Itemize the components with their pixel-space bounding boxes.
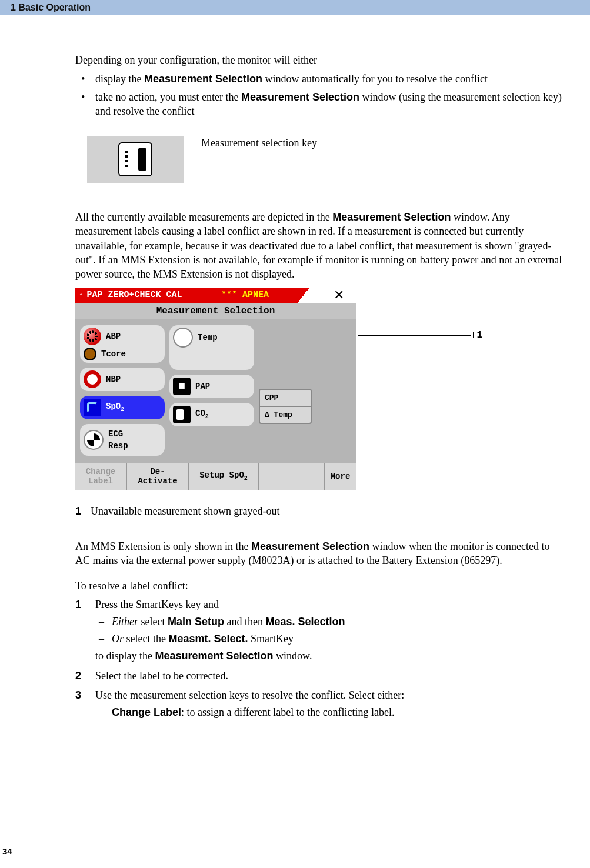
caption-text: Unavailable measurement shown grayed-out [91,505,279,517]
resolve-intro: To resolve a label conflict: [75,579,566,593]
close-icon[interactable]: ✕ [334,288,344,303]
derived-measurements[interactable]: CPP Δ Temp [259,389,312,424]
up-arrow-icon: ↑ [79,290,84,300]
setup-spo2-button[interactable]: Setup SpO2 [189,463,259,490]
text: to display the [95,650,155,662]
slot-co2[interactable]: CO2 [169,403,254,426]
option-either: Either select Main Setup and then Meas. … [95,615,566,629]
step-1-options: Either select Main Setup and then Meas. … [95,615,566,646]
column-2: Temp ■ PAP CO2 [169,325,254,456]
step-number: 3 [75,688,81,703]
text: All the currently available measurements… [75,211,332,223]
figure-caption: 1Unavailable measurement shown grayed-ou… [75,504,566,518]
caption-number: 1 [75,504,91,518]
intro-paragraph: Depending on your configuration, the mon… [75,53,566,67]
step-1-tail: to display the Measurement Selection win… [95,649,566,663]
slot-spo2-selected[interactable]: SpO2 [80,396,165,419]
bullet-item: take no action, you must enter the Measu… [75,90,566,119]
term-measurement-selection: Measurement Selection [251,540,369,552]
term-meas-selection: Meas. Selection [265,616,345,627]
action-bar: Change Label De- Activate Setup SpO2 Mor… [75,463,356,490]
text: display the [95,73,144,85]
page-number: 34 [2,846,12,856]
more-button[interactable]: More [325,463,356,490]
alarm-text: PAP ZERO+CHECK CAL [87,290,182,300]
alarm-bar: ↑PAP ZERO+CHECK CAL *** APNEA ✕ [75,288,356,303]
tcore-connector-icon [84,348,96,360]
spacer-icon [173,350,191,368]
measurement-selection-screenshot: ↑PAP ZERO+CHECK CAL *** APNEA ✕ Measurem… [75,288,356,490]
measurement-selection-key-graphic [87,136,184,183]
abp-connector-icon [84,328,101,345]
slot-label: Temp [198,333,218,342]
text: and then [224,616,265,627]
slant-divider [298,288,309,303]
text: take no action, you must enter the [95,91,241,103]
close-area: ✕ [309,288,356,303]
slot-label: CO2 [195,409,209,420]
selection-key-icon [118,142,152,176]
term-measmt-select: Measmt. Select. [168,633,248,645]
slot-pap[interactable]: ■ PAP [169,375,254,398]
option-or: Or select the Measmt. Select. SmartKey [95,632,566,646]
slot-label: PAP [195,382,210,391]
step-text: Use the measurement selection keys to re… [95,689,404,701]
column-3-derived: CPP Δ Temp [259,389,312,456]
pap-connector-icon: ■ [173,378,191,395]
text: : to assign a different label to the con… [181,706,395,718]
chapter-header: 1 Basic Operation [0,0,590,15]
derived-cpp[interactable]: CPP [260,390,311,407]
nbp-connector-icon [84,370,101,388]
term-measurement-selection: Measurement Selection [155,650,274,662]
text: window automatically for you to resolve … [262,73,488,85]
derived-delta-temp[interactable]: Δ Temp [260,407,311,423]
slot-label: Resp [108,441,128,450]
bullet-item: display the Measurement Selection window… [75,72,566,86]
step-number: 2 [75,669,81,683]
action-spacer [259,463,325,490]
slot-temp-grayed[interactable]: Temp [169,325,254,370]
step-text: Press the SmartKeys key and [95,599,219,610]
callout-number: 1 [476,330,482,340]
text: select the [124,633,168,645]
term-measurement-selection: Measurement Selection [332,211,451,223]
change-label-button: Change Label [75,463,127,490]
or-word: Or [112,633,124,645]
key-caption: Measurement selection key [201,136,317,149]
window-title: Measurement Selection [75,303,356,319]
text: An MMS Extension is only shown in the [75,540,251,552]
callout-1: 1 [358,330,482,340]
slot-nbp[interactable]: NBP [80,368,165,391]
text: window. [274,650,312,662]
alarm-left[interactable]: ↑PAP ZERO+CHECK CAL [75,288,218,303]
ecg-connector-icon [84,430,104,450]
column-1: ABP Tcore NBP SpO2 [80,325,165,456]
step-text: Select the label to be corrected. [95,670,228,682]
deactivate-button[interactable]: De- Activate [127,463,189,490]
term-measurement-selection: Measurement Selection [144,73,262,85]
slot-ecg-resp[interactable]: ECG Resp [80,424,165,456]
slot-label: NBP [106,375,121,384]
co2-connector-icon [173,406,191,423]
measurement-grid: ABP Tcore NBP SpO2 [75,319,356,463]
slot-abp-tcore[interactable]: ABP Tcore [80,325,165,363]
slot-label: ABP [106,332,121,341]
resolve-steps: 1 Press the SmartKeys key and Either sel… [75,597,566,720]
key-figure: Measurement selection key [87,136,566,183]
option-change-label: Change Label: to assign a different labe… [95,705,566,720]
config-bullets: display the Measurement Selection window… [75,72,566,118]
slot-label: SpO2 [106,402,124,413]
page-content: Depending on your configuration, the mon… [0,15,590,720]
text: SmartKey [248,633,294,645]
alarm-mid[interactable]: *** APNEA [218,288,298,303]
step-number: 1 [75,597,81,612]
slot-label: ECG [108,429,128,439]
text: select [138,616,168,627]
explanation-paragraph: All the currently available measurements… [75,210,566,281]
step-3-options: Change Label: to assign a different labe… [95,705,566,720]
spo2-connector-icon [84,399,101,416]
temp-connector-icon [173,328,193,348]
term-change-label: Change Label [112,706,181,718]
step-2: 2 Select the label to be corrected. [75,669,566,683]
either-word: Either [112,616,138,627]
